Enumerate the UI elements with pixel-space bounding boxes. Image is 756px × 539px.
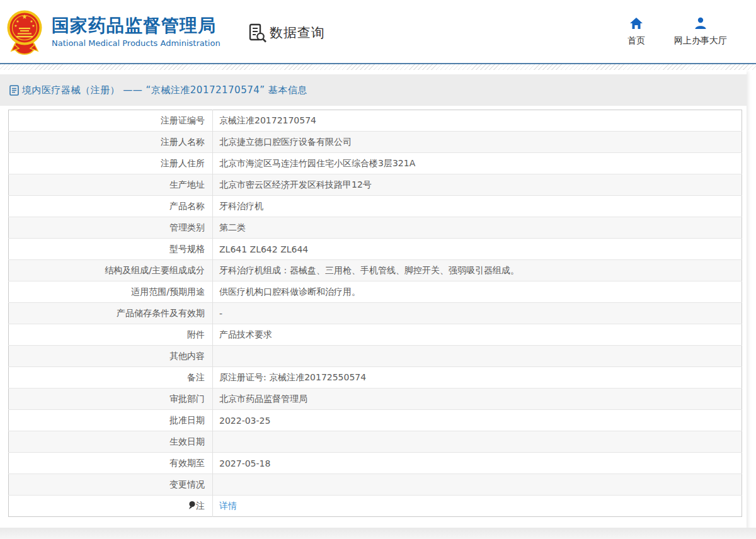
- table-row: 变更情况: [9, 474, 742, 496]
- row-label: 审批部门: [9, 389, 213, 410]
- table-row: 注册人住所北京市海淀区马连洼竹园住宅小区综合楼3层321A: [9, 153, 742, 174]
- site-title-cn: 国家药品监督管理局: [52, 15, 220, 37]
- table-row: 适用范围/预期用途供医疗机构口腔科做诊断和治疗用。: [9, 281, 742, 303]
- site-header: ★ ★ ★ ★ ★ 国家药品监督管理局 National Medical Pro…: [0, 0, 756, 63]
- row-value: 原注册证号: 京械注准20172550574: [213, 367, 742, 389]
- table-row: 型号规格ZL641 ZL642 ZL644: [9, 239, 742, 260]
- row-value: -: [213, 303, 742, 324]
- brand-text: 国家药品监督管理局 National Medical Products Admi…: [52, 15, 220, 48]
- svg-text:★: ★: [16, 19, 19, 23]
- table-row: 注册证编号京械注准20172170574: [9, 110, 742, 132]
- row-label: 注册证编号: [9, 110, 213, 132]
- row-label: 备注: [9, 367, 213, 389]
- row-value: 牙科治疗机: [213, 196, 742, 217]
- svg-text:★: ★: [22, 13, 28, 20]
- nav-label-service-hall: 网上办事大厅: [674, 35, 727, 47]
- row-value: 2022-03-25: [213, 410, 742, 431]
- table-row: 注册人名称北京捷立德口腔医疗设备有限公司: [9, 132, 742, 153]
- hatch-stripe: [0, 64, 756, 70]
- row-label: 型号规格: [9, 239, 213, 260]
- nav-label-home: 首页: [627, 35, 645, 47]
- row-value: 2027-05-18: [213, 453, 742, 474]
- data-query-label: 数据查询: [270, 24, 325, 42]
- row-value: 北京捷立德口腔医疗设备有限公司: [213, 132, 742, 153]
- row-value: 牙科治疗机组成：器械盘、三用枪、手机管线、脚控开关、强弱吸引器组成。: [213, 260, 742, 281]
- row-value: [213, 474, 742, 496]
- svg-text:★: ★: [30, 19, 33, 23]
- row-label: 生效日期: [9, 431, 213, 453]
- table-row: 产品名称牙科治疗机: [9, 196, 742, 217]
- table-row: 生产地址北京市密云区经济开发区科技路甲12号: [9, 174, 742, 196]
- row-label: 变更情况: [9, 474, 213, 496]
- svg-text:★: ★: [32, 23, 35, 28]
- detail-link[interactable]: 详情: [219, 501, 237, 511]
- nav-item-service-hall[interactable]: 网上办事大厅: [674, 16, 727, 47]
- row-label: 管理类别: [9, 217, 213, 239]
- national-emblem-icon: ★ ★ ★ ★ ★: [6, 7, 43, 57]
- data-query-link[interactable]: 数据查询: [247, 23, 325, 43]
- row-label: 产品储存条件及有效期: [9, 303, 213, 324]
- row-label: 适用范围/预期用途: [9, 281, 213, 303]
- document-search-icon: [247, 23, 267, 43]
- brand: ★ ★ ★ ★ ★ 国家药品监督管理局 National Medical Pro…: [6, 6, 220, 57]
- pin-icon: [188, 501, 196, 511]
- row-value: 供医疗机构口腔科做诊断和治疗用。: [213, 281, 742, 303]
- table-row: 管理类别第二类: [9, 217, 742, 239]
- row-value: 北京市海淀区马连洼竹园住宅小区综合楼3层321A: [213, 153, 742, 174]
- svg-text:★: ★: [14, 23, 17, 28]
- row-label: 结构及组成/主要组成成分: [9, 260, 213, 281]
- table-row: 其他内容: [9, 346, 742, 367]
- row-value: 产品技术要求: [213, 324, 742, 346]
- row-value: [213, 346, 742, 367]
- document-icon: [9, 85, 19, 96]
- row-label: 产品名称: [9, 196, 213, 217]
- row-label: 其他内容: [9, 346, 213, 367]
- site-title-en: National Medical Products Administration: [52, 38, 220, 48]
- table-row: 产品储存条件及有效期-: [9, 303, 742, 324]
- row-value: [213, 431, 742, 453]
- user-icon: [694, 16, 707, 30]
- row-value: ZL641 ZL642 ZL644: [213, 239, 742, 260]
- row-label: 注册人住所: [9, 153, 213, 174]
- row-value: 京械注准20172170574: [213, 110, 742, 132]
- nav-item-home[interactable]: 首页: [627, 16, 645, 47]
- table-row: 结构及组成/主要组成成分牙科治疗机组成：器械盘、三用枪、手机管线、脚控开关、强弱…: [9, 260, 742, 281]
- table-row: 有效期至2027-05-18: [9, 453, 742, 474]
- row-label: 注: [9, 496, 213, 517]
- row-label: 附件: [9, 324, 213, 346]
- table-row: 批准日期2022-03-25: [9, 410, 742, 431]
- row-label: 注册人名称: [9, 132, 213, 153]
- content-panel: 境内医疗器械（注册） —— “京械注准20172170574” 基本信息 注册证…: [0, 70, 747, 528]
- table-row: 附件产品技术要求: [9, 324, 742, 346]
- table-row: 生效日期: [9, 431, 742, 453]
- row-label: 批准日期: [9, 410, 213, 431]
- home-icon: [629, 16, 643, 30]
- section-title-bar: 境内医疗器械（注册） —— “京械注准20172170574” 基本信息: [0, 74, 747, 106]
- table-row: 审批部门北京市药品监督管理局: [9, 389, 742, 410]
- table-row: 注详情: [9, 496, 742, 517]
- page-title: 境内医疗器械（注册） —— “京械注准20172170574” 基本信息: [22, 84, 307, 96]
- row-value: 北京市药品监督管理局: [213, 389, 742, 410]
- row-label: 有效期至: [9, 453, 213, 474]
- registration-table-body: 注册证编号京械注准20172170574注册人名称北京捷立德口腔医疗设备有限公司…: [9, 110, 742, 517]
- row-label: 生产地址: [9, 174, 213, 196]
- row-value: 第二类: [213, 217, 742, 239]
- registration-table: 注册证编号京械注准20172170574注册人名称北京捷立德口腔医疗设备有限公司…: [8, 110, 742, 517]
- row-value: 北京市密云区经济开发区科技路甲12号: [213, 174, 742, 196]
- table-row: 备注原注册证号: 京械注准20172550574: [9, 367, 742, 389]
- header-nav: 首页 网上办事大厅: [627, 16, 727, 47]
- row-value: 详情: [213, 496, 742, 517]
- page-bottom-strip: [0, 528, 756, 539]
